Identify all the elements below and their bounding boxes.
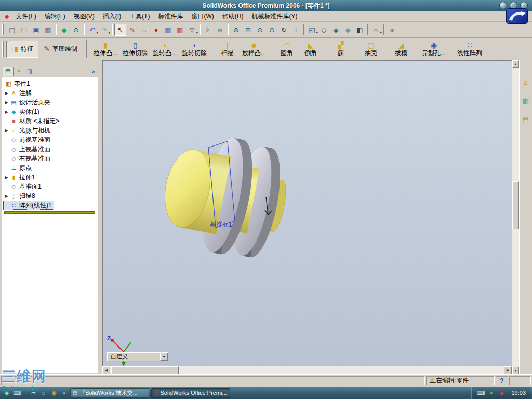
graphics-area[interactable]: 基准面1 Z 自定义 ▾ [102,60,512,366]
select-icon[interactable]: ↖ [114,24,126,36]
expand-arrow-icon[interactable]: ▶ [3,100,10,105]
selection-filter-icon[interactable]: ▽ [186,24,198,36]
tree-item-lights-cameras[interactable]: ▶ ☼ 光源与相机 [3,126,98,135]
hidden-lines-icon[interactable]: ◈ [330,24,342,36]
menu-window[interactable]: 窗口(W) [187,11,218,22]
scroll-up-button[interactable]: ▲ [512,60,519,68]
grid-icon[interactable]: ▦ [162,24,174,36]
rib-button[interactable]: ▞ 筋 [329,40,353,58]
tree-item-material[interactable]: ≡ 材质 <未指定> [3,116,98,126]
print-icon[interactable]: ▥ [42,24,54,36]
quick-launch-overflow[interactable]: » [60,390,68,396]
menu-help[interactable]: 帮助(H) [218,11,248,22]
expand-arrow-icon[interactable]: ▶ [3,128,10,133]
show-desktop-icon[interactable]: ▱ [29,388,38,397]
shell-button[interactable]: ▢ 抽壳 [359,40,383,58]
toolbar-options-icon[interactable]: » [386,24,398,36]
toolbar-grip[interactable] [2,41,4,57]
file-explorer-icon[interactable]: ▤ [521,114,531,125]
menu-insert[interactable]: 插入(I) [99,11,125,22]
smart-dimension-icon[interactable]: ↔ [138,24,150,36]
linear-pattern-button[interactable]: ∷ 线性阵列 [455,40,485,58]
toolbar-grip[interactable] [2,24,4,35]
featuremanager-tab[interactable]: ▤ [3,66,14,76]
measure-icon[interactable]: ⌀ [214,24,226,36]
start-icon[interactable]: ◆ [2,388,11,397]
title-bar[interactable]: SolidWorks Office Premium 2006 - [零件1 *]… [0,0,532,11]
revolved-cut-button[interactable]: ◖ 旋转切除 [179,40,209,58]
expand-arrow-icon[interactable]: ▶ [3,110,10,114]
scroll-left-button[interactable]: ◀ [102,366,110,374]
scrollbar-track[interactable] [110,366,504,374]
tree-item-annotations[interactable]: ▶ A 注解 [3,88,98,98]
scroll-right-button[interactable]: ▶ [504,366,512,374]
view-orientation-icon[interactable]: ⌂ [370,24,382,36]
fillet-button[interactable]: ◠ 圆角 [275,40,299,58]
equations-icon[interactable]: Σ [202,24,214,36]
loft-button[interactable]: ◆ 放样凸... [240,40,269,58]
tree-item-right-plane[interactable]: ◇ 右视基准面 [3,154,98,163]
zoom-area-icon[interactable]: ⊞ [242,24,254,36]
menu-view[interactable]: 视图(V) [70,11,99,22]
tree-item-front-plane[interactable]: ◇ 前视基准面 [3,135,98,144]
menu-file[interactable]: 文件(F) [11,11,40,22]
sketch-icon[interactable]: ✎ [126,24,138,36]
save-icon[interactable]: ▣ [30,24,42,36]
section-view-icon[interactable]: ◧ [354,24,366,36]
combo-dropdown-icon[interactable]: ▾ [160,353,168,361]
tree-item-origin[interactable]: ⊥ 原点 [3,163,98,172]
menu-standard-parts-library[interactable]: 标准件库 [154,11,187,22]
ie-icon[interactable]: e [39,388,48,397]
zoom-fit-icon[interactable]: ⊕ [230,24,242,36]
draft-button[interactable]: ◢ 拔模 [389,40,413,58]
taskbar-window-solidworks[interactable]: ❖ SolidWorks Office Premi... [151,388,230,398]
tree-item-extrude1[interactable]: ▶ ▮ 拉伸1 [3,172,98,182]
scrollbar-track[interactable] [512,68,519,367]
scrollbar-thumb[interactable] [512,181,519,229]
extruded-boss-button[interactable]: ▮ 拉伸凸... [91,40,120,58]
open-icon[interactable]: ▤ [18,24,30,36]
menu-mechanical-standard-parts-library[interactable]: 机械标准件库(Y) [247,11,301,22]
appearance-icon[interactable]: ● [150,24,162,36]
tree-item-plane1[interactable]: ◇ 基准面1 [3,182,98,191]
view-orientation-combo[interactable]: 自定义 ▾ [107,352,168,361]
tree-item-sweep8[interactable]: ▶ ∫ 扫描8 [3,191,98,201]
planes-icon[interactable]: ▦ [174,24,186,36]
input-method-icon[interactable]: ⌨ [476,388,485,397]
expand-arrow-icon[interactable]: ▶ [3,194,10,198]
revolved-boss-button[interactable]: ◗ 旋转凸... [150,40,179,58]
new-icon[interactable]: ▢ [6,24,18,36]
chamfer-button[interactable]: ◣ 倒角 [299,40,323,58]
tree-item-part[interactable]: ◧ 零件1 [3,79,98,88]
sweep-button[interactable]: ∫ 扫描 [216,40,240,58]
scroll-down-button[interactable]: ▼ [512,367,519,374]
horizontal-scrollbar[interactable]: ◀ ▶ [102,366,512,374]
configurationmanager-tab[interactable]: ◨ [24,66,35,76]
tree-item-linear-pattern1[interactable]: ∷ 阵列(线性)1 [3,201,54,210]
model-3d[interactable]: 基准面1 [155,127,295,264]
features-mode-button[interactable]: ◨ 特征 [6,41,38,58]
zoom-selection-icon[interactable]: ⊙ [266,24,278,36]
help-button[interactable]: ? [496,376,508,385]
shaded-icon[interactable]: ◆ [342,24,354,36]
expand-arrow-icon[interactable]: ▶ [3,175,10,180]
standard-views-icon[interactable]: ◱ [306,24,318,36]
taskbar-window-browser[interactable]: ▤ 『SolidWorks 技术交... [70,388,149,398]
messenger-icon[interactable]: ◆ [497,388,506,397]
menu-tools[interactable]: 工具(T) [125,11,154,22]
vertical-scrollbar[interactable]: ▲ ▼ [512,60,519,374]
search-icon[interactable]: ⊙ [70,24,82,36]
scrollbar-thumb[interactable] [111,366,179,374]
rebuild-icon[interactable]: ◆ [58,24,70,36]
propertymanager-tab[interactable]: ✦ [14,66,24,76]
expand-arrow-icon[interactable]: ▶ [3,91,10,96]
graphics-canvas[interactable]: 基准面1 Z [103,61,512,366]
redo-icon[interactable]: ↷ [98,24,110,36]
wireframe-icon[interactable]: ◇ [318,24,330,36]
panel-collapse-button[interactable]: » [90,68,97,74]
solidworks-resources-icon[interactable]: ⌂ [521,77,531,87]
rollback-bar[interactable] [4,211,95,214]
sketch-mode-button[interactable]: ✎ 草图绘制 [38,41,83,58]
language-icon[interactable]: ⌨ [12,388,22,397]
tree-item-top-plane[interactable]: ◇ 上视基准面 [3,144,98,154]
